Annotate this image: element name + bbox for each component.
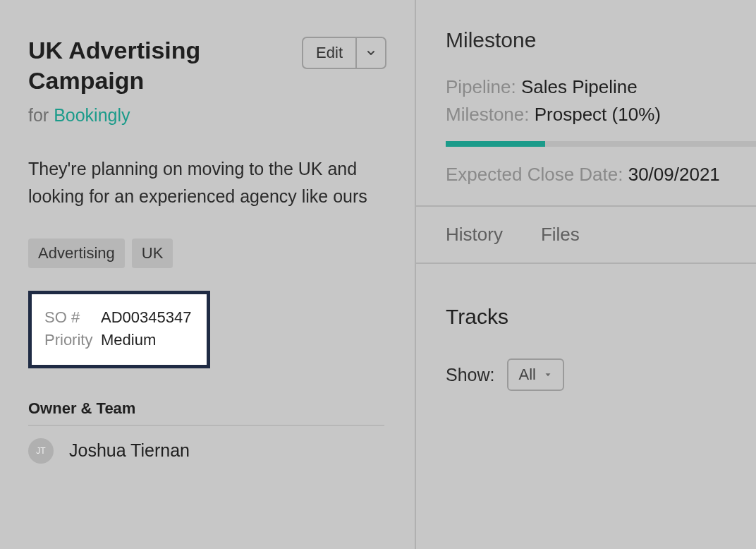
caret-down-icon [543, 370, 553, 380]
field-value: AD00345347 [101, 308, 191, 327]
tags-row: Advertising UK [28, 239, 386, 268]
pipeline-row: Pipeline: Sales Pipeline [446, 73, 756, 101]
edit-button-group: Edit [302, 37, 386, 69]
owner-team-heading: Owner & Team [28, 399, 384, 426]
tracks-heading: Tracks [446, 305, 756, 329]
show-select[interactable]: All [507, 358, 563, 391]
progress-bar [446, 141, 756, 147]
pipeline-value: Sales Pipeline [521, 76, 638, 97]
expected-label: Expected Close Date: [446, 164, 623, 185]
field-row-so: SO # AD00345347 [44, 308, 194, 327]
milestone-value: Prospect (10%) [535, 104, 661, 125]
pipeline-label: Pipeline: [446, 76, 516, 97]
field-label: Priority [44, 331, 101, 349]
tabs-row: History Files [416, 207, 756, 264]
show-row: Show: All [446, 358, 756, 391]
owner-row: JT Joshua Tiernan [28, 438, 386, 464]
milestone-label: Milestone: [446, 104, 530, 125]
milestone-section: Milestone Pipeline: Sales Pipeline Miles… [416, 0, 756, 207]
description-text: They're planning on moving to the UK and… [28, 155, 386, 210]
company-link[interactable]: Bookingly [54, 105, 130, 125]
expected-value: 30/09/2021 [628, 164, 720, 185]
field-value: Medium [101, 331, 156, 349]
show-label: Show: [446, 365, 494, 385]
for-prefix: for [28, 105, 54, 125]
show-value: All [518, 366, 535, 384]
avatar[interactable]: JT [28, 438, 54, 464]
edit-dropdown-button[interactable] [357, 37, 386, 69]
owner-name: Joshua Tiernan [69, 440, 190, 461]
milestone-heading: Milestone [446, 28, 756, 52]
chevron-down-icon [365, 47, 377, 59]
field-row-priority: Priority Medium [44, 331, 194, 349]
tab-files[interactable]: Files [541, 224, 580, 246]
custom-fields-box: SO # AD00345347 Priority Medium [28, 291, 210, 368]
for-line: for Bookingly [28, 105, 268, 126]
page-title: UK Advertising Campaign [28, 35, 268, 95]
progress-fill [446, 141, 545, 147]
edit-button[interactable]: Edit [302, 37, 357, 69]
field-label: SO # [44, 308, 101, 327]
milestone-row: Milestone: Prospect (10%) [446, 101, 756, 128]
expected-close-row: Expected Close Date: 30/09/2021 [446, 164, 756, 186]
tag[interactable]: Advertising [28, 239, 125, 268]
tracks-section: Tracks Show: All [416, 264, 756, 391]
tab-history[interactable]: History [446, 224, 503, 246]
tag[interactable]: UK [132, 239, 173, 268]
